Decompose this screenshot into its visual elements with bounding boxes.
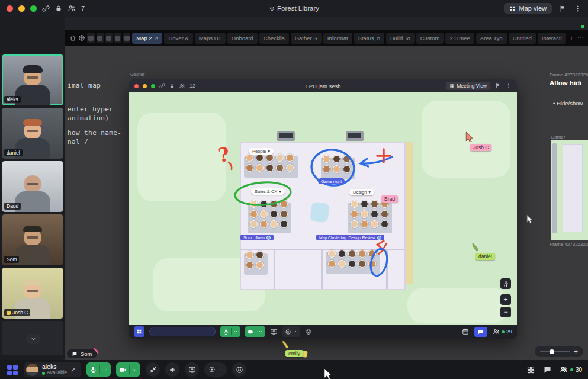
chat-button[interactable]	[474, 327, 487, 337]
map-avatar[interactable]	[286, 154, 294, 162]
map-avatar[interactable]	[351, 200, 358, 208]
map-avatar[interactable]	[246, 261, 253, 269]
figma-tab[interactable]: Custom	[416, 33, 444, 44]
map-avatar[interactable]	[256, 261, 264, 269]
link-icon[interactable]	[42, 5, 50, 12]
icon-tab[interactable]	[114, 33, 121, 43]
map-avatar[interactable]	[348, 260, 356, 268]
gather-logo[interactable]	[7, 365, 12, 370]
chevron-up-icon[interactable]	[217, 367, 223, 372]
screenshare-button[interactable]	[270, 328, 278, 336]
map-avatar[interactable]	[343, 155, 351, 163]
map-avatar[interactable]	[323, 165, 330, 173]
inner-close-button[interactable]	[134, 84, 139, 88]
zoom-out-button[interactable]: −	[500, 307, 511, 317]
kebab-menu-icon[interactable]	[574, 5, 581, 12]
map-avatar[interactable]	[280, 200, 288, 208]
record-button[interactable]	[204, 362, 227, 377]
figma-tab[interactable]: 2.0 mee	[445, 33, 474, 44]
map-avatar[interactable]	[246, 164, 253, 172]
map-avatar[interactable]	[368, 260, 376, 268]
map-view-button[interactable]: Map view	[504, 3, 552, 14]
video-tile[interactable]: aleks	[2, 54, 63, 105]
map-avatar[interactable]	[323, 155, 330, 163]
map-avatar[interactable]	[381, 200, 388, 208]
map-avatar[interactable]	[338, 260, 346, 268]
camera-button[interactable]	[116, 362, 140, 377]
record-button[interactable]	[282, 326, 300, 337]
video-tile[interactable]: Josh C	[2, 268, 63, 319]
group-dropdown-chip[interactable]: Design▾	[349, 189, 374, 195]
browser-tab-button[interactable]	[78, 32, 85, 44]
map-avatar[interactable]	[280, 210, 288, 218]
ghost-walk-button[interactable]	[500, 278, 511, 289]
mic-button[interactable]	[220, 326, 240, 337]
chevron-down-icon[interactable]	[132, 367, 137, 372]
mic-button[interactable]	[86, 362, 111, 377]
map-avatar[interactable]	[270, 210, 278, 218]
gather-map[interactable]: People▾Sales & CX▾Design▾ Som : JinenMap…	[129, 92, 517, 325]
chevron-up-icon[interactable]	[293, 329, 298, 334]
zoom-in-button[interactable]: +	[500, 294, 511, 305]
map-avatar[interactable]	[333, 165, 340, 173]
map-avatar[interactable]	[361, 200, 368, 208]
chevron-down-icon[interactable]	[102, 367, 108, 372]
participants-icon[interactable]	[179, 83, 185, 89]
group-dropdown-chip[interactable]: Sales & CX▾	[251, 188, 285, 195]
inner-zoom-button[interactable]	[151, 84, 155, 88]
canvas-zoom-slider[interactable]: +	[535, 346, 583, 357]
frame-thumbnail[interactable]	[551, 140, 588, 240]
minimize-view-button[interactable]	[146, 362, 160, 377]
frame-label[interactable]: Frame 427322322	[550, 242, 588, 247]
lock-icon[interactable]	[169, 83, 175, 89]
map-avatar[interactable]	[266, 164, 274, 172]
window-minimize-button[interactable]	[18, 5, 25, 12]
map-avatar[interactable]	[343, 165, 351, 173]
map-avatar[interactable]	[260, 200, 268, 208]
map-avatar[interactable]	[280, 220, 288, 228]
participants-counter[interactable]: 30	[560, 365, 582, 374]
map-avatar[interactable]	[250, 200, 258, 208]
participants-icon[interactable]	[68, 4, 76, 12]
map-avatar[interactable]	[368, 250, 376, 258]
new-tab-button[interactable]: +	[568, 32, 575, 44]
collapse-videos-button[interactable]	[26, 334, 40, 344]
icon-tab[interactable]	[87, 33, 94, 43]
icon-tab[interactable]	[97, 33, 104, 43]
zoom-track[interactable]	[540, 351, 570, 352]
link-icon[interactable]	[159, 83, 165, 89]
map-avatar[interactable]	[328, 250, 336, 258]
map-avatar[interactable]	[381, 220, 388, 228]
map-avatar[interactable]	[260, 220, 268, 228]
home-tab-button[interactable]	[69, 32, 76, 44]
figma-tab[interactable]: Checklis	[259, 33, 289, 44]
figma-tab[interactable]: Interacti	[538, 33, 566, 44]
map-avatar[interactable]	[361, 210, 368, 218]
zoom-knob[interactable]	[550, 349, 554, 354]
flag-icon[interactable]	[495, 83, 501, 89]
chevron-down-icon[interactable]	[233, 329, 238, 334]
map-avatar[interactable]	[256, 164, 264, 172]
frame-label[interactable]: Gather	[551, 134, 565, 140]
map-avatar[interactable]	[276, 164, 284, 172]
frame-label[interactable]: Gather	[130, 72, 144, 77]
figma-tab[interactable]: Build To	[386, 33, 415, 44]
map-avatar[interactable]	[381, 210, 388, 218]
emoji-button[interactable]	[305, 328, 312, 335]
frame-label[interactable]: Frame 427322326	[550, 72, 588, 78]
inner-minimize-button[interactable]	[143, 84, 147, 88]
flag-icon[interactable]	[559, 5, 567, 12]
edit-status-icon[interactable]	[70, 367, 76, 372]
figma-tab[interactable]: Status, n	[354, 33, 385, 44]
chevron-down-icon[interactable]	[258, 329, 263, 334]
calendar-button[interactable]	[462, 328, 469, 335]
figma-tab[interactable]: Hover &	[164, 33, 192, 44]
apps-grid-icon[interactable]	[526, 365, 535, 374]
map-avatar[interactable]	[371, 210, 378, 218]
map-avatar[interactable]	[348, 250, 356, 258]
map-avatar[interactable]	[250, 220, 258, 228]
map-avatar[interactable]	[351, 220, 358, 228]
window-close-button[interactable]	[7, 5, 13, 12]
map-avatar[interactable]	[361, 220, 368, 228]
camera-button[interactable]	[245, 326, 265, 337]
